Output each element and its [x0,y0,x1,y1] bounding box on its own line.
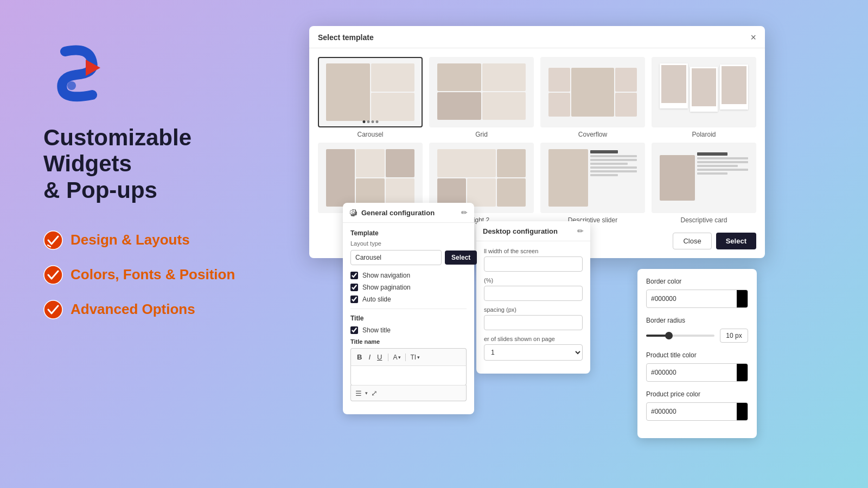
auto-slide-checkbox[interactable] [350,296,358,303]
auto-slide-row: Auto slide [350,296,467,303]
layout-type-input[interactable] [350,250,442,265]
carousel-dots [362,120,378,123]
slides-select[interactable]: 1234 [484,344,583,361]
carousel-mockup [324,61,416,123]
border-color-panel: Border color Border radius 10 px Product… [637,269,757,438]
percent-label: (%) [484,277,583,284]
template-thumb-desc-slider[interactable] [540,143,645,213]
template-thumb-coverflow[interactable] [540,57,645,127]
general-config-header-left: General configuration [349,209,435,217]
feature-item-advanced: Advanced Options [43,300,235,319]
check-icon-advanced [43,300,63,319]
layout-select-button[interactable]: Select [445,251,477,265]
auto-slide-label: Auto slide [362,296,391,303]
mosaic-mockup-1 [324,147,416,208]
title-text-editor[interactable] [350,366,467,386]
product-title-color-input[interactable] [647,365,737,380]
text-style-dropdown[interactable]: TI▾ [410,354,420,361]
expand-icon[interactable]: ⤢ [371,389,378,397]
slides-label: er of slides shown on page [484,336,583,342]
feature-list: Design & Layouts Colors, Fonts & Positio… [43,230,235,319]
product-price-color-swatch[interactable] [737,403,748,420]
layout-type-label: Layout type [350,240,467,247]
border-color-label: Border color [646,278,748,285]
product-price-color-row [646,402,748,421]
border-radius-label: Border radius [646,317,748,324]
show-title-label: Show title [362,326,391,334]
template-thumb-desc-card[interactable] [652,143,756,213]
dialog-footer-close-button[interactable]: Close [673,233,711,249]
grid-mockup [435,61,527,123]
svg-point-1 [67,81,76,90]
italic-button[interactable]: I [367,352,372,362]
gear-icon [349,209,357,216]
format-divider-2 [405,354,406,361]
show-pagination-checkbox[interactable] [350,284,358,291]
template-thumb-carousel[interactable] [318,57,423,127]
check-icon-design [43,230,63,250]
radius-slider-track[interactable] [646,335,714,337]
desktop-config-edit-icon[interactable]: ✏ [577,227,584,235]
headline: Customizable Widgets& Pop-ups [43,125,282,203]
product-title-color-label: Product title color [646,351,748,359]
template-name-polaroid: Polaroid [692,131,716,138]
desktop-config-panel: Desktop configuration ✏ ll width of the … [476,221,590,374]
product-price-color-input[interactable] [647,404,737,419]
template-item-polaroid[interactable]: Polaroid [652,57,756,138]
template-item-desc-slider[interactable]: Descriptive slider [540,143,645,224]
dialog-title-bar: Select template × [309,26,765,48]
logo [43,33,119,108]
align-dropdown-icon[interactable]: ▾ [365,390,368,396]
template-thumb-polaroid[interactable] [652,57,756,127]
border-color-text-input[interactable] [647,291,737,306]
show-title-row: Show title [350,326,467,334]
show-navigation-checkbox[interactable] [350,272,358,279]
border-radius-value: 10 px [720,329,748,343]
spacing-input[interactable] [484,315,583,330]
general-config-body: Template Layout type Select Show navigat… [343,223,474,408]
editor-toolbar-bottom: ☰ ▾ ⤢ [350,385,467,401]
svg-point-5 [44,300,62,319]
config-divider [350,309,467,309]
align-icon[interactable]: ☰ [355,389,362,397]
template-item-desc-card[interactable]: Descriptive card [652,143,756,224]
template-item-carousel[interactable]: Carousel [318,57,423,138]
template-name-coverflow: Coverflow [578,131,607,138]
show-navigation-row: Show navigation [350,272,467,279]
left-panel: Customizable Widgets& Pop-ups Design & L… [0,0,304,488]
general-config-header: General configuration ✏ [343,203,474,223]
template-name-grid: Grid [475,131,488,138]
underline-button[interactable]: U [375,352,384,362]
border-radius-row: 10 px [646,329,748,343]
show-pagination-row: Show pagination [350,284,467,291]
title-section-label: Title [350,314,467,322]
percent-input[interactable] [484,286,583,301]
check-icon-colors [43,265,63,285]
product-title-color-swatch[interactable] [737,364,748,381]
full-width-input[interactable] [484,256,583,272]
show-title-checkbox[interactable] [350,326,358,334]
template-section-label: Template [350,229,467,237]
format-divider-1 [388,354,388,361]
feature-text-colors: Colors, Fonts & Position [71,266,235,283]
dialog-footer-select-button[interactable]: Select [716,233,756,249]
product-title-color-row [646,363,748,382]
template-thumb-grid[interactable] [429,57,534,127]
template-item-grid[interactable]: Grid [429,57,534,138]
desktop-config-body: ll width of the screen (%) spacing (px) … [476,241,590,367]
template-grid-row1: Carousel Grid [309,48,765,143]
template-name-desc-card: Descriptive card [680,216,727,224]
font-color-dropdown[interactable]: A▾ [393,354,401,361]
dialog-close-button[interactable]: × [750,33,756,42]
border-color-swatch[interactable] [737,290,748,307]
desc-card-mockup [658,147,750,208]
feature-item-design: Design & Layouts [43,230,235,250]
full-width-label: ll width of the screen [484,248,583,254]
general-config-edit-icon[interactable]: ✏ [461,208,468,217]
spacing-label: spacing (px) [484,306,583,313]
feature-item-colors: Colors, Fonts & Position [43,265,235,285]
template-item-coverflow[interactable]: Coverflow [540,57,645,138]
dialog-title: Select template [318,33,374,42]
svg-point-4 [44,266,62,284]
bold-button[interactable]: B [355,352,363,362]
